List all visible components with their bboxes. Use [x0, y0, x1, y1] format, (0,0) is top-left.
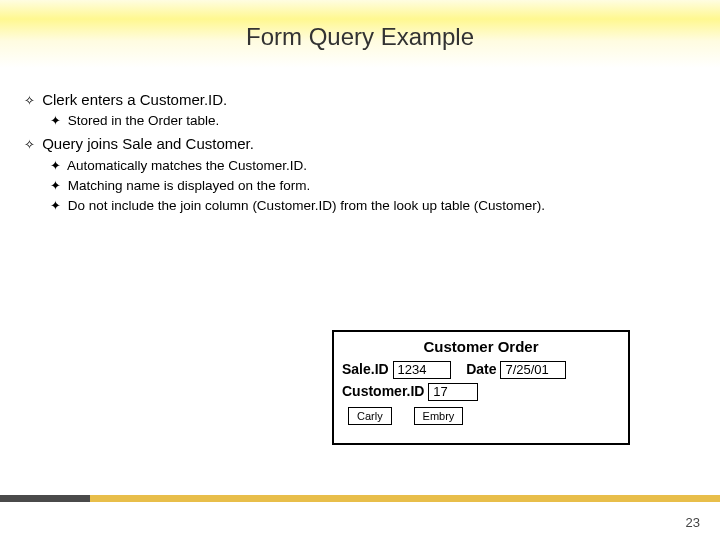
bullet-level2: ✦ Stored in the Order table. — [50, 112, 696, 130]
bullet-level1: ✧ Clerk enters a Customer.ID. — [24, 90, 696, 110]
bullet-text: Automatically matches the Customer.ID. — [67, 158, 307, 173]
bullet-text: Query joins Sale and Customer. — [42, 135, 254, 152]
bullet-text: Do not include the join column (Customer… — [68, 198, 545, 213]
bullet-glyph-l2: ✦ — [50, 197, 64, 215]
bullet-glyph-l2: ✦ — [50, 157, 64, 175]
slide-body: ✧ Clerk enters a Customer.ID. ✦ Stored i… — [0, 68, 720, 215]
bullet-text: Stored in the Order table. — [68, 113, 220, 128]
bullet-glyph-l1: ✧ — [24, 92, 38, 110]
customerid-label: Customer.ID — [342, 383, 424, 399]
saleid-field[interactable]: 1234 — [393, 361, 451, 379]
date-field[interactable]: 7/25/01 — [500, 361, 566, 379]
firstname-field: Carly — [348, 407, 392, 425]
slide-header: Form Query Example — [0, 0, 720, 68]
bullet-text: Matching name is displayed on the form. — [68, 178, 310, 193]
form-row: Customer.ID 17 — [342, 383, 620, 401]
bullet-glyph-l1: ✧ — [24, 136, 38, 154]
form-names-row: Carly Embry — [342, 407, 620, 425]
page-number: 23 — [686, 515, 700, 530]
bullet-level2: ✦ Automatically matches the Customer.ID. — [50, 157, 696, 175]
bullet-level1: ✧ Query joins Sale and Customer. — [24, 134, 696, 154]
date-label: Date — [466, 361, 496, 377]
bullet-level2: ✦ Do not include the join column (Custom… — [50, 197, 696, 215]
customer-order-form: Customer Order Sale.ID 1234 Date 7/25/01… — [332, 330, 630, 445]
bullet-level2: ✦ Matching name is displayed on the form… — [50, 177, 696, 195]
customerid-field[interactable]: 17 — [428, 383, 478, 401]
bullet-text: Clerk enters a Customer.ID. — [42, 91, 227, 108]
form-title: Customer Order — [342, 338, 620, 355]
footer-divider — [0, 495, 720, 502]
bullet-glyph-l2: ✦ — [50, 112, 64, 130]
bullet-glyph-l2: ✦ — [50, 177, 64, 195]
saleid-label: Sale.ID — [342, 361, 389, 377]
slide-title: Form Query Example — [246, 23, 474, 51]
form-row: Sale.ID 1234 Date 7/25/01 — [342, 361, 620, 379]
lastname-field: Embry — [414, 407, 464, 425]
